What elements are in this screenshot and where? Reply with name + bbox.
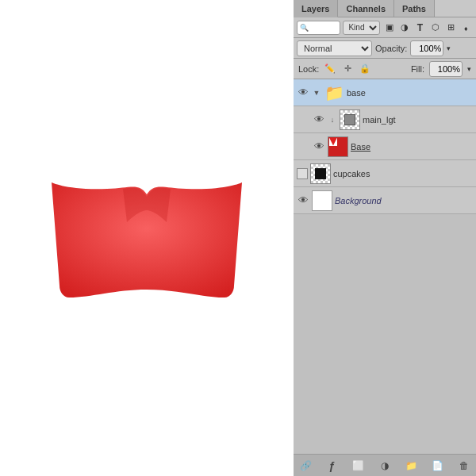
new-layer-btn[interactable]: 📄 bbox=[431, 459, 445, 473]
tab-layers[interactable]: Layers bbox=[294, 0, 338, 17]
blend-mode-select[interactable]: Normal Multiply Screen Overlay bbox=[297, 40, 372, 56]
link-layers-btn[interactable]: 🔗 bbox=[298, 459, 313, 473]
lock-move-btn[interactable]: ✛ bbox=[341, 63, 354, 75]
search-box[interactable]: 🔍 bbox=[297, 21, 340, 35]
layer-name-base: Base bbox=[351, 142, 473, 152]
add-adjustment-btn[interactable]: ◑ bbox=[378, 459, 392, 473]
layer-item-base[interactable]: 👁 Base bbox=[294, 133, 476, 160]
layer-name-main-lgt: main_lgt bbox=[363, 115, 473, 125]
toolbar-row: 🔍 Kind ▣ ◑ T ⬡ ⊞ ⬧ bbox=[294, 17, 476, 38]
lock-label: Lock: bbox=[298, 64, 319, 74]
visibility-eye-base-layer[interactable]: 👁 bbox=[313, 140, 325, 153]
fill-dropdown-arrow[interactable]: ▾ bbox=[467, 65, 471, 73]
tab-channels[interactable]: Channels bbox=[338, 0, 394, 17]
adjustment-filter-icon[interactable]: ◑ bbox=[398, 21, 411, 35]
layer-thumb-cupcakes bbox=[310, 163, 331, 184]
folder-icon: 📁 bbox=[324, 83, 344, 102]
layer-item-base-group[interactable]: 👁 ▼ 📁 base bbox=[294, 79, 476, 106]
smart-filter-icon[interactable]: ⊞ bbox=[444, 21, 457, 35]
blend-row: Normal Multiply Screen Overlay Opacity: … bbox=[294, 38, 476, 59]
fill-input[interactable] bbox=[429, 61, 463, 77]
add-style-btn[interactable]: ƒ bbox=[324, 459, 339, 473]
visibility-eye-base[interactable]: 👁 bbox=[297, 86, 309, 99]
opacity-dropdown-arrow[interactable]: ▾ bbox=[447, 44, 451, 52]
panels-area: Layers Channels Paths 🔍 Kind ▣ ◑ T ⬡ ⊞ ⬧… bbox=[294, 0, 476, 476]
layer-thumb-main-lgt bbox=[340, 109, 360, 130]
link-icon-main-lgt: ↓ bbox=[328, 115, 337, 125]
fill-label: Fill: bbox=[411, 64, 424, 74]
expand-base-group[interactable]: ▼ bbox=[312, 88, 321, 98]
tab-paths[interactable]: Paths bbox=[394, 0, 435, 17]
search-icon: 🔍 bbox=[300, 24, 309, 32]
layer-item-background[interactable]: 👁 Background bbox=[294, 187, 476, 214]
bottom-bar: 🔗 ƒ ⬜ ◑ 📁 📄 🗑 bbox=[294, 454, 476, 476]
pin-filter-icon[interactable]: ⬧ bbox=[460, 21, 473, 35]
layer-thumb-base-group: 📁 bbox=[324, 83, 344, 103]
new-group-btn[interactable]: 📁 bbox=[404, 459, 418, 473]
opacity-label: Opacity: bbox=[375, 44, 407, 53]
tabs-row: Layers Channels Paths bbox=[294, 0, 476, 17]
lock-pixels-btn[interactable]: ✏️ bbox=[324, 63, 336, 75]
layers-list: 👁 ▼ 📁 base 👁 ↓ main_lgt 👁 bbox=[294, 79, 476, 454]
kind-select[interactable]: Kind bbox=[343, 21, 380, 35]
visibility-checkbox-cupcakes[interactable] bbox=[297, 168, 308, 179]
layer-item-cupcakes[interactable]: cupcakes bbox=[294, 160, 476, 187]
layer-thumb-base bbox=[328, 136, 348, 157]
layer-name-background: Background bbox=[335, 196, 473, 205]
visibility-eye-background[interactable]: 👁 bbox=[297, 194, 309, 207]
lock-row: Lock: ✏️ ✛ 🔒 Fill: ▾ bbox=[294, 59, 476, 79]
lock-all-btn[interactable]: 🔒 bbox=[359, 63, 371, 75]
layer-name-cupcakes: cupcakes bbox=[333, 169, 473, 178]
pixel-filter-icon[interactable]: ▣ bbox=[382, 21, 395, 35]
shape-filter-icon[interactable]: ⬡ bbox=[429, 21, 442, 35]
layer-name-base-group: base bbox=[347, 88, 473, 98]
layer-item-main-lgt[interactable]: 👁 ↓ main_lgt bbox=[294, 106, 476, 133]
opacity-input[interactable] bbox=[410, 40, 443, 56]
artwork bbox=[44, 175, 250, 301]
add-mask-btn[interactable]: ⬜ bbox=[351, 459, 366, 473]
visibility-eye-main-lgt[interactable]: 👁 bbox=[313, 113, 325, 126]
canvas bbox=[0, 0, 294, 476]
layer-thumb-background bbox=[312, 190, 332, 211]
delete-layer-btn[interactable]: 🗑 bbox=[457, 459, 471, 473]
type-filter-icon[interactable]: T bbox=[413, 21, 426, 35]
